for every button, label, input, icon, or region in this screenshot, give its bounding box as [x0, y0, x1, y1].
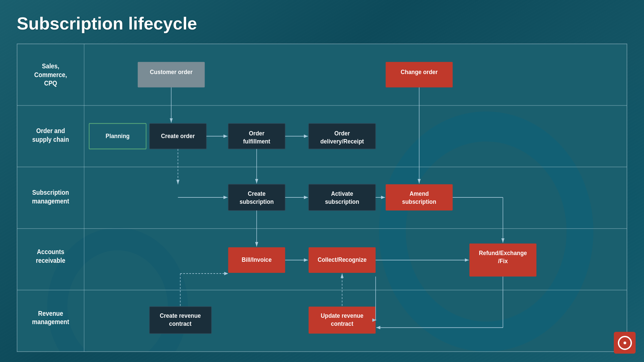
svg-text:CPQ: CPQ [44, 79, 57, 87]
change-order-label: Change order [401, 68, 438, 75]
svg-text:Order and: Order and [36, 127, 65, 135]
diagram-container: Sales, Commerce, CPQ Order and supply ch… [17, 44, 627, 352]
create-subscription-label-2: subscription [239, 198, 274, 205]
create-order-label: Create order [161, 132, 195, 139]
bill-invoice-label: Bill/Invoice [241, 256, 272, 263]
activate-subscription-box [309, 184, 376, 210]
refund-exchange-label-2: /Fix [498, 257, 508, 264]
create-subscription-label-1: Create [248, 190, 266, 197]
order-delivery-label-1: Order [334, 130, 350, 137]
amend-subscription-box [386, 184, 453, 210]
refund-exchange-label-1: Refund/Exchange [479, 249, 527, 256]
create-revenue-label-2: contract [169, 320, 192, 327]
collect-recognize-label: Collect/Recognize [318, 256, 367, 263]
order-fulfillment-label-2: fulfillment [243, 138, 270, 145]
order-fulfillment-label-1: Order [249, 130, 264, 137]
svg-text:receivable: receivable [36, 257, 65, 264]
svg-text:Accounts: Accounts [37, 248, 64, 255]
amend-subscription-label-1: Amend [410, 190, 429, 197]
activate-subscription-label-2: subscription [325, 198, 359, 205]
svg-text:Revenue: Revenue [38, 310, 63, 317]
activate-subscription-label-1: Activate [331, 190, 353, 197]
svg-text:supply chain: supply chain [32, 136, 69, 143]
oracle-logo-ring [618, 336, 632, 350]
order-delivery-label-2: delivery/Receipt [320, 138, 364, 145]
update-revenue-label-2: contract [331, 320, 353, 327]
svg-text:management: management [32, 318, 69, 325]
svg-text:Commerce,: Commerce, [34, 71, 67, 78]
planning-label: Planning [106, 132, 130, 139]
svg-text:Subscription: Subscription [32, 189, 69, 196]
create-revenue-label-1: Create revenue [160, 312, 201, 319]
svg-text:Sales,: Sales, [42, 62, 59, 70]
oracle-logo [614, 332, 636, 354]
oracle-logo-dot [624, 342, 626, 344]
amend-subscription-label-2: subscription [402, 198, 436, 205]
svg-text:management: management [32, 197, 69, 205]
create-subscription-box [228, 184, 285, 210]
customer-order-label: Customer order [150, 68, 193, 75]
update-revenue-label-1: Update revenue [321, 312, 363, 319]
page-title: Subscription lifecycle [17, 13, 627, 34]
